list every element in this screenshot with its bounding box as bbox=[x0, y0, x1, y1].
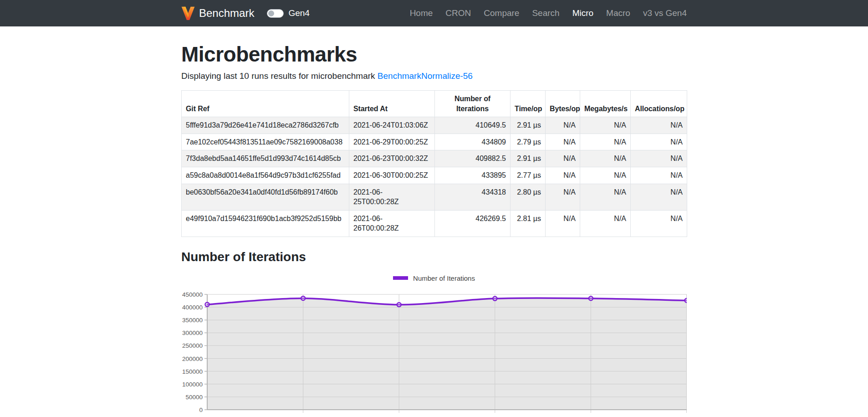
y-axis-label: 0 bbox=[199, 407, 203, 413]
table-row: 7f3da8ebd5aa14651ffe5d1d993d74c1614d85cb… bbox=[182, 150, 687, 167]
table-cell: N/A bbox=[631, 167, 687, 184]
page-title: Microbenchmarks bbox=[181, 42, 687, 67]
y-axis-label: 450000 bbox=[182, 291, 203, 298]
nav-link-micro[interactable]: Micro bbox=[566, 8, 600, 18]
table-cell: N/A bbox=[631, 150, 687, 167]
table-cell: N/A bbox=[580, 210, 631, 237]
table-cell: N/A bbox=[631, 184, 687, 210]
table-cell: N/A bbox=[631, 210, 687, 237]
nav-link-v3-vs-gen4[interactable]: v3 vs Gen4 bbox=[637, 8, 687, 18]
runs-table: Git RefStarted AtNumber of IterationsTim… bbox=[181, 90, 687, 237]
data-point-marker bbox=[205, 303, 209, 307]
nav-link-search[interactable]: Search bbox=[526, 8, 566, 18]
table-cell: N/A bbox=[546, 117, 580, 134]
table-cell: N/A bbox=[580, 117, 631, 134]
table-cell: 2.91 µs bbox=[511, 150, 546, 167]
column-header-allocations-op: Allocations/op bbox=[631, 91, 687, 117]
table-cell: 2.91 µs bbox=[511, 117, 546, 134]
column-header-bytes-op: Bytes/op bbox=[546, 91, 580, 117]
main-content: Microbenchmarks Displaying last 10 runs … bbox=[181, 42, 687, 417]
column-header-time-op: Time/op bbox=[511, 91, 546, 117]
y-axis-label: 200000 bbox=[182, 355, 203, 362]
data-point-marker bbox=[493, 297, 497, 301]
table-cell: 426269.5 bbox=[435, 210, 511, 237]
gen4-toggle[interactable] bbox=[267, 9, 284, 18]
column-header-number-of-iterations: Number of Iterations bbox=[435, 91, 511, 117]
table-cell: N/A bbox=[546, 167, 580, 184]
table-cell: 7f3da8ebd5aa14651ffe5d1d993d74c1614d85cb bbox=[182, 150, 349, 167]
table-cell: 5fffe91d3a79d26e41e741d18eca2786d3267cfb bbox=[182, 117, 349, 134]
table-cell: 409882.5 bbox=[435, 150, 511, 167]
runs-table-body: 5fffe91d3a79d26e41e741d18eca2786d3267cfb… bbox=[182, 117, 687, 237]
subtitle-text: Displaying last 10 runs results for micr… bbox=[181, 71, 378, 81]
table-cell: 434318 bbox=[435, 184, 511, 210]
y-axis-label: 250000 bbox=[182, 342, 203, 349]
table-cell: 2.77 µs bbox=[511, 167, 546, 184]
legend-swatch bbox=[393, 276, 408, 280]
table-cell: 434809 bbox=[435, 134, 511, 150]
table-row: be0630bf56a20e341a0df40fd1d56fb89174f60b… bbox=[182, 184, 687, 210]
table-cell: 7ae102cef05443f813511ae09c7582169008a038 bbox=[182, 134, 349, 150]
table-cell: 2021-06-24T01:03:06Z bbox=[349, 117, 435, 134]
navbar: Benchmark Gen4 HomeCRONCompareSearchMicr… bbox=[0, 0, 868, 26]
table-cell: 433895 bbox=[435, 167, 511, 184]
table-cell: be0630bf56a20e341a0df40fd1d56fb89174f60b bbox=[182, 184, 349, 210]
vitess-logo-icon bbox=[181, 5, 195, 21]
table-cell: 2.79 µs bbox=[511, 134, 546, 150]
table-cell: e49f910a7d15946231f690b1acb3f9252d5159bb bbox=[182, 210, 349, 237]
column-header-started-at: Started At bbox=[349, 91, 435, 117]
gen4-toggle-label: Gen4 bbox=[288, 8, 309, 18]
table-cell: N/A bbox=[580, 134, 631, 150]
nav-link-compare[interactable]: Compare bbox=[477, 8, 526, 18]
table-cell: N/A bbox=[546, 134, 580, 150]
table-cell: N/A bbox=[631, 134, 687, 150]
chart-area-fill bbox=[207, 298, 687, 410]
table-cell: 2021-06-29T00:00:25Z bbox=[349, 134, 435, 150]
nav-link-cron[interactable]: CRON bbox=[439, 8, 477, 18]
runs-table-head: Git RefStarted AtNumber of IterationsTim… bbox=[182, 91, 687, 117]
brand-label: Benchmark bbox=[199, 7, 254, 20]
table-cell: 410649.5 bbox=[435, 117, 511, 134]
table-cell: 2021-06-30T00:00:25Z bbox=[349, 167, 435, 184]
benchmark-link[interactable]: BenchmarkNormalize-56 bbox=[378, 71, 473, 81]
data-point-marker bbox=[589, 296, 593, 300]
gen4-toggle-wrap: Gen4 bbox=[267, 8, 309, 18]
brand-link[interactable]: Benchmark bbox=[181, 5, 254, 21]
data-point-marker bbox=[397, 303, 401, 307]
column-header-git-ref: Git Ref bbox=[182, 91, 349, 117]
table-cell: N/A bbox=[546, 184, 580, 210]
table-row: 7ae102cef05443f813511ae09c7582169008a038… bbox=[182, 134, 687, 150]
table-cell: 2.80 µs bbox=[511, 184, 546, 210]
data-point-marker bbox=[685, 299, 687, 303]
table-cell: a59c8a0a8d0014e8a1f564d9c97b3d1cf6255fad bbox=[182, 167, 349, 184]
chart-section-title: Number of Iterations bbox=[181, 250, 687, 264]
y-axis-label: 100000 bbox=[182, 381, 203, 388]
table-cell: N/A bbox=[631, 117, 687, 134]
y-axis-label: 300000 bbox=[182, 329, 203, 336]
table-cell: 2021-06-23T00:00:32Z bbox=[349, 150, 435, 167]
y-axis-label: 50000 bbox=[185, 394, 203, 401]
toggle-knob bbox=[268, 10, 274, 16]
table-cell: N/A bbox=[546, 210, 580, 237]
table-row: a59c8a0a8d0014e8a1f564d9c97b3d1cf6255fad… bbox=[182, 167, 687, 184]
header-row: Git RefStarted AtNumber of IterationsTim… bbox=[182, 91, 687, 117]
chart-legend: Number of Iterations bbox=[181, 274, 687, 282]
table-cell: N/A bbox=[546, 150, 580, 167]
table-cell: N/A bbox=[580, 150, 631, 167]
iterations-chart: 0500001000001500002000002500003000003500… bbox=[181, 284, 687, 417]
table-row: 5fffe91d3a79d26e41e741d18eca2786d3267cfb… bbox=[182, 117, 687, 134]
table-cell: N/A bbox=[580, 167, 631, 184]
table-cell: 2021-06- 26T00:00:28Z bbox=[349, 210, 435, 237]
nav-link-macro[interactable]: Macro bbox=[600, 8, 637, 18]
legend-label: Number of Iterations bbox=[413, 274, 475, 282]
y-axis-label: 150000 bbox=[182, 368, 203, 375]
y-axis-label: 400000 bbox=[182, 304, 203, 311]
table-cell: 2021-06- 25T00:00:28Z bbox=[349, 184, 435, 210]
nav-links: HomeCRONCompareSearchMicroMacrov3 vs Gen… bbox=[403, 8, 687, 18]
data-point-marker bbox=[301, 296, 305, 300]
table-cell: 2.81 µs bbox=[511, 210, 546, 237]
column-header-megabytes-s: Megabytes/s bbox=[580, 91, 631, 117]
nav-link-home[interactable]: Home bbox=[403, 8, 439, 18]
table-row: e49f910a7d15946231f690b1acb3f9252d5159bb… bbox=[182, 210, 687, 237]
table-cell: N/A bbox=[580, 184, 631, 210]
